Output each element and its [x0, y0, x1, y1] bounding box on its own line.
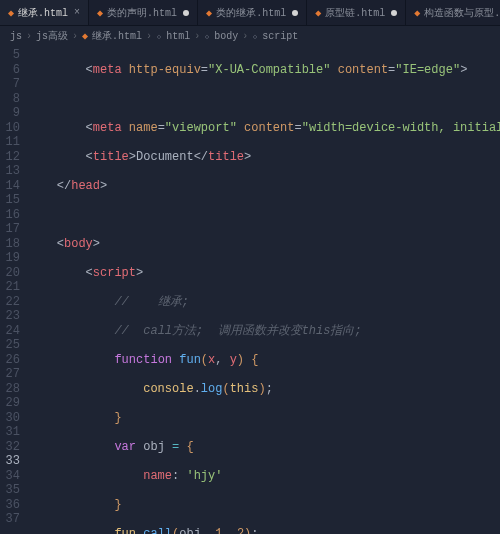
tab-bar: ◆ 继承.html × ◆ 类的声明.html ◆ 类的继承.html ◆ 原型…	[0, 0, 500, 26]
tab-label: 原型链.html	[325, 6, 385, 20]
tab-class-decl[interactable]: ◆ 类的声明.html	[89, 0, 198, 25]
breadcrumb-seg[interactable]: js高级	[36, 29, 68, 43]
breadcrumb: js › js高级 › ◆ 继承.html › ⬦ html › ⬦ body …	[0, 26, 500, 46]
tab-label: 类的声明.html	[107, 6, 177, 20]
code-editor[interactable]: 5678910111213141516171819202122232425262…	[0, 46, 500, 534]
tab-label: 继承.html	[18, 6, 68, 20]
html-icon: ◆	[82, 30, 88, 42]
breadcrumb-seg[interactable]: body	[214, 31, 238, 42]
breadcrumb-seg[interactable]: 继承.html	[92, 29, 142, 43]
html-icon: ◆	[414, 7, 420, 19]
breadcrumb-seg[interactable]: html	[166, 31, 190, 42]
chevron-right-icon: ›	[26, 31, 32, 42]
html-icon: ◆	[206, 7, 212, 19]
tag-icon: ⬦	[204, 31, 210, 42]
code-content[interactable]: <meta http-equiv="X-UA-Compatible" conte…	[28, 46, 500, 534]
close-icon[interactable]: ×	[74, 7, 80, 18]
tab-label: 构造函数与原型.html	[424, 6, 500, 20]
tab-proto-chain[interactable]: ◆ 原型链.html	[307, 0, 406, 25]
modified-icon	[183, 10, 189, 16]
tab-label: 类的继承.html	[216, 6, 286, 20]
tag-icon: ⬦	[252, 31, 258, 42]
chevron-right-icon: ›	[72, 31, 78, 42]
chevron-right-icon: ›	[242, 31, 248, 42]
tag-icon: ⬦	[156, 31, 162, 42]
chevron-right-icon: ›	[194, 31, 200, 42]
modified-icon	[391, 10, 397, 16]
breadcrumb-seg[interactable]: script	[262, 31, 298, 42]
html-icon: ◆	[97, 7, 103, 19]
html-icon: ◆	[315, 7, 321, 19]
chevron-right-icon: ›	[146, 31, 152, 42]
tab-class-inherit[interactable]: ◆ 类的继承.html	[198, 0, 307, 25]
breadcrumb-seg[interactable]: js	[10, 31, 22, 42]
modified-icon	[292, 10, 298, 16]
html-icon: ◆	[8, 7, 14, 19]
line-gutter: 5678910111213141516171819202122232425262…	[0, 46, 28, 534]
tab-inherit[interactable]: ◆ 继承.html ×	[0, 0, 89, 25]
tab-constructor[interactable]: ◆ 构造函数与原型.html	[406, 0, 500, 25]
